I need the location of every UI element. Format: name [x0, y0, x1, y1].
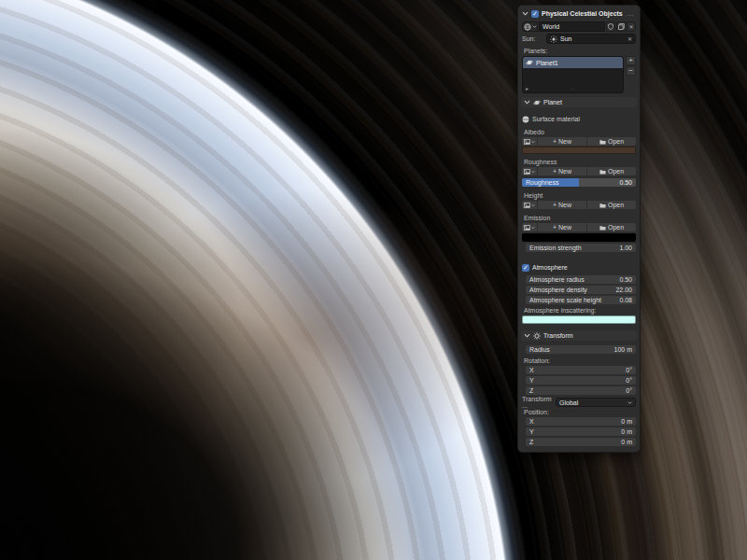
- panel-enable-checkbox[interactable]: ✓: [531, 10, 539, 18]
- height-label: Height: [524, 192, 636, 199]
- open-label: Open: [608, 168, 624, 175]
- transform-space-row: Transform ... Global: [522, 398, 636, 407]
- remove-planet-button[interactable]: −: [626, 66, 636, 76]
- planet-section-title: Planet: [543, 99, 562, 105]
- position-y-field[interactable]: Y 0 m: [526, 427, 636, 436]
- emission-new-button[interactable]: + New: [538, 223, 586, 231]
- axis-label: Z: [529, 439, 533, 445]
- list-filter-toggle[interactable]: ▸: [526, 86, 529, 91]
- height-browse-button[interactable]: [522, 201, 537, 209]
- radius-field[interactable]: Radius 100 m: [526, 345, 636, 354]
- plus-icon: +: [553, 138, 557, 145]
- rotation-x-field[interactable]: X 0°: [526, 366, 636, 374]
- albedo-open-button[interactable]: Open: [587, 137, 636, 146]
- chevron-down-icon: [627, 400, 632, 405]
- image-icon: [524, 169, 530, 175]
- transform-section-header[interactable]: Transform: [521, 330, 637, 341]
- atmosphere-scale-height-value: 0.08: [619, 297, 632, 303]
- sun-row: Sun: Sun ✕: [522, 34, 636, 44]
- axis-value: 0 m: [621, 428, 632, 435]
- duplicate-datablock-button[interactable]: [616, 21, 626, 32]
- position-z-field[interactable]: Z 0 m: [526, 438, 636, 446]
- list-item-planet1[interactable]: Planet1: [523, 57, 623, 68]
- chevron-down-icon: [532, 24, 537, 29]
- atmosphere-checkbox[interactable]: ✓: [522, 264, 529, 272]
- chevron-down-icon: [531, 170, 535, 174]
- atmosphere-radius-field[interactable]: Atmosphere radius 0.50: [526, 275, 636, 284]
- albedo-color-field[interactable]: [522, 147, 636, 154]
- height-new-button[interactable]: + New: [538, 201, 586, 209]
- panel-title: Physical Celestial Objects: [542, 10, 624, 17]
- axis-value: 0°: [626, 377, 632, 384]
- atmosphere-radius-label: Atmosphere radius: [529, 276, 585, 283]
- albedo-browse-button[interactable]: [522, 137, 537, 146]
- world-name-field[interactable]: World: [539, 21, 605, 32]
- axis-value: 0 m: [621, 418, 632, 425]
- gear-icon: [533, 332, 541, 340]
- emission-map-row: + New Open: [522, 223, 636, 231]
- image-icon: [524, 203, 530, 208]
- axis-value: 0°: [626, 367, 632, 373]
- atmosphere-title: Atmosphere: [532, 264, 568, 271]
- add-planet-button[interactable]: +: [626, 56, 636, 65]
- emission-color-field[interactable]: [522, 233, 636, 242]
- world-browse-button[interactable]: [522, 21, 538, 32]
- plus-icon: +: [553, 168, 557, 175]
- emission-strength-field[interactable]: Emission strength 1.00: [526, 244, 636, 252]
- emission-open-button[interactable]: Open: [587, 223, 636, 231]
- planet-name: Planet1: [536, 60, 558, 66]
- albedo-map-row: + New Open: [522, 137, 636, 146]
- planet-icon: [526, 59, 533, 66]
- rotation-y-field[interactable]: Y 0°: [526, 376, 636, 385]
- rotation-label: Rotation:: [524, 357, 636, 364]
- transform-space-dropdown[interactable]: Global: [556, 398, 636, 407]
- radius-value: 100 m: [614, 346, 632, 353]
- axis-label: Y: [529, 377, 534, 384]
- folder-icon: [599, 139, 606, 145]
- panel-menu-icon[interactable]: …: [627, 10, 635, 18]
- surface-material-row: Surface material: [522, 115, 636, 123]
- planets-list-wrap: Planet1 ▸ ·· + −: [522, 56, 636, 93]
- planets-list[interactable]: Planet1 ▸ ··: [522, 56, 624, 93]
- open-label: Open: [608, 138, 624, 145]
- unlink-world-button[interactable]: ✕: [627, 21, 636, 32]
- emission-strength-value: 1.00: [619, 245, 632, 251]
- new-label: New: [558, 168, 571, 175]
- planet-section-header[interactable]: Planet: [521, 97, 637, 107]
- fake-user-shield-button[interactable]: [606, 21, 615, 32]
- emission-browse-button[interactable]: [522, 223, 537, 231]
- world-icon: [524, 23, 531, 31]
- roughness-slider-value: 0.50: [619, 179, 632, 186]
- shield-icon: [608, 23, 613, 30]
- check-icon: ✓: [523, 264, 529, 271]
- planets-label: Planets:: [524, 48, 636, 54]
- roughness-browse-button[interactable]: [522, 167, 537, 175]
- sun-object-field[interactable]: Sun ✕: [546, 34, 636, 44]
- clear-sun-button[interactable]: ✕: [627, 36, 632, 42]
- atmosphere-density-field[interactable]: Atmosphere density 22.00: [526, 286, 636, 294]
- atmosphere-scale-height-label: Atmosphere scale height: [529, 297, 601, 303]
- sun-label: Sun:: [522, 35, 544, 42]
- chevron-down-icon: [531, 203, 535, 207]
- rotation-z-field[interactable]: Z 0°: [526, 386, 636, 395]
- atmosphere-radius-value: 0.50: [619, 276, 632, 283]
- atmosphere-scale-height-field[interactable]: Atmosphere scale height 0.08: [526, 296, 636, 304]
- roughness-open-button[interactable]: Open: [587, 167, 636, 175]
- list-footer: ▸ ··: [523, 85, 623, 91]
- position-x-field[interactable]: X 0 m: [526, 417, 636, 426]
- open-label: Open: [608, 202, 624, 208]
- inscattering-color-field[interactable]: [522, 315, 636, 324]
- axis-label: X: [529, 367, 534, 373]
- new-label: New: [558, 138, 571, 145]
- roughness-slider[interactable]: Roughness 0.50: [522, 178, 636, 187]
- list-resize-grip[interactable]: ··: [571, 86, 576, 91]
- panel-header[interactable]: ✓ Physical Celestial Objects …: [522, 8, 636, 19]
- axis-label: Z: [529, 387, 533, 394]
- roughness-new-button[interactable]: + New: [538, 167, 586, 175]
- transform-section-title: Transform: [543, 332, 573, 339]
- sun-object-name: Sun: [560, 35, 571, 42]
- albedo-new-button[interactable]: + New: [538, 137, 586, 146]
- image-icon: [524, 139, 530, 145]
- height-open-button[interactable]: Open: [587, 201, 636, 209]
- chevron-down-icon: [531, 140, 535, 144]
